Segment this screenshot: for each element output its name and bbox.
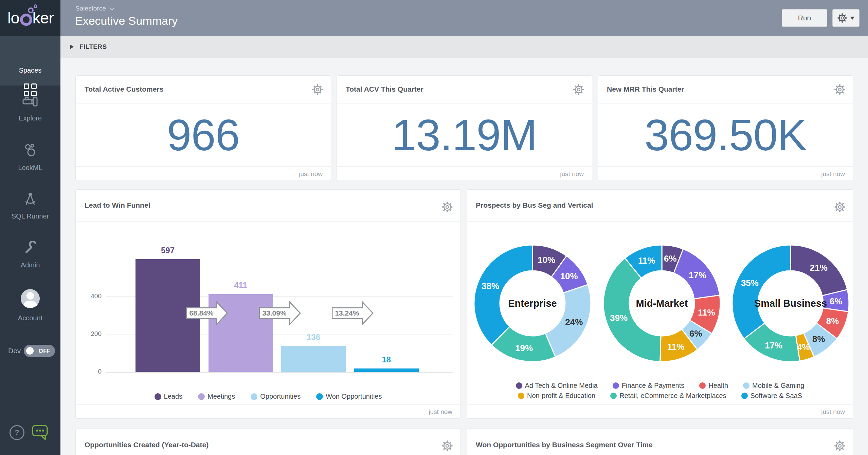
kpi-value: 13.19M (337, 103, 592, 166)
logo-bubble-icon (28, 7, 34, 13)
donut-slice[interactable] (474, 245, 532, 345)
slice-percent-label: 10% (560, 271, 578, 281)
svg-text:68.84%: 68.84% (189, 309, 214, 317)
donut-center-label: Mid-Market (636, 298, 688, 309)
expand-triangle-icon (70, 44, 74, 49)
legend-item[interactable]: Opportunities (251, 393, 301, 400)
conversion-arrow: 68.84% (186, 301, 228, 325)
legend-item[interactable]: Mobile & Gaming (743, 382, 804, 390)
funnel-bar-opportunities[interactable] (281, 346, 346, 372)
gear-icon[interactable] (834, 84, 846, 95)
toggle-state: OFF (39, 348, 51, 355)
slice-percent-label: 11% (698, 307, 715, 318)
gear-icon[interactable] (573, 84, 584, 95)
svg-text:33.09%: 33.09% (262, 309, 287, 317)
slice-percent-label: 24% (565, 317, 583, 327)
kpi-tile-new-mrr: New MRR This Quarter 369.50K just now (598, 75, 853, 181)
legend-swatch (155, 393, 161, 400)
looker-dashboard: loker Spaces Explore (0, 0, 868, 455)
legend-item[interactable]: Finance & Payments (613, 382, 685, 390)
kpi-value: 966 (76, 103, 331, 166)
legend-swatch (741, 393, 748, 399)
donut-slice[interactable] (603, 258, 661, 362)
bubbles-icon (23, 144, 37, 157)
slice-percent-label: 10% (538, 255, 555, 265)
legend-swatch (516, 382, 522, 389)
slice-percent-label: 39% (610, 313, 628, 323)
help-icon[interactable]: ? (10, 425, 24, 440)
dev-mode-toggle[interactable]: OFF (24, 345, 55, 357)
svg-text:13.24%: 13.24% (335, 309, 359, 317)
tile-title: Prospects by Bus Seg and Vertical (476, 201, 593, 209)
donut-mid-market: 6%17%11%6%11%39%11%Mid-Market (601, 242, 723, 364)
y-axis-tick: 0 (84, 368, 102, 375)
caret-down-icon (850, 17, 855, 20)
legend-swatch (198, 393, 205, 400)
legend-item[interactable]: Health (699, 382, 728, 390)
run-button[interactable]: Run (782, 9, 827, 27)
legend-item[interactable]: Non-profit & Education (518, 392, 595, 400)
gear-icon[interactable] (312, 84, 323, 95)
funnel-bar-won-opportunities[interactable] (354, 368, 419, 372)
tile-title: Total ACV This Quarter (346, 85, 423, 93)
flashlight-icon (22, 96, 38, 107)
toggle-knob (26, 347, 34, 355)
breadcrumb[interactable]: Salesforce (75, 5, 113, 12)
bar-value-label: 18 (354, 355, 419, 364)
opportunities-created-tile: Opportunities Created (Year-to-Date) (75, 428, 461, 455)
filters-label: FILTERS (79, 43, 107, 51)
legend-item[interactable]: Meetings (198, 393, 235, 400)
legend-swatch (613, 382, 619, 389)
sidebar-item-label: Explore (0, 114, 60, 122)
gear-icon[interactable] (441, 440, 453, 452)
legend-swatch (316, 393, 323, 400)
donut-enterprise: 10%10%24%19%38%Enterprise (471, 242, 594, 364)
logo-bubble-icon (34, 4, 37, 8)
slice-percent-label: 6% (830, 296, 843, 306)
sidebar-item-spaces[interactable]: Spaces (0, 36, 60, 86)
logo-o-ring (20, 14, 32, 26)
sidebar: loker Spaces Explore (0, 0, 60, 455)
legend-item[interactable]: Won Opportunities (316, 393, 382, 400)
donut-slice[interactable] (732, 245, 791, 339)
y-axis-tick: 200 (84, 330, 102, 338)
slice-percent-label: 11% (638, 255, 655, 266)
donut-center-label: Enterprise (508, 298, 557, 309)
legend-item[interactable]: Ad Tech & Online Media (516, 382, 598, 390)
conversion-arrow: 13.24% (332, 301, 374, 325)
sidebar-item-label: LookML (0, 164, 60, 172)
updated-timestamp: just now (429, 408, 452, 416)
sidebar-item-label: Account (0, 314, 60, 322)
tile-title: New MRR This Quarter (607, 85, 684, 93)
chat-icon[interactable] (32, 424, 48, 440)
slice-percent-label: 21% (810, 263, 828, 273)
slice-percent-label: 8% (812, 334, 825, 344)
gear-icon[interactable] (834, 440, 846, 452)
legend-item[interactable]: Retail, eCommerce & Marketplaces (610, 392, 726, 400)
legend-item[interactable]: Software & SaaS (741, 392, 802, 400)
slice-percent-label: 11% (667, 342, 685, 352)
bar-value-label: 411 (209, 281, 273, 290)
legend-swatch (610, 393, 617, 399)
tile-title: Opportunities Created (Year-to-Date) (85, 441, 209, 449)
slice-percent-label: 6% (689, 328, 702, 339)
page-title: Executive Summary (75, 14, 178, 27)
gear-icon[interactable] (441, 201, 453, 213)
sidebar-item-label: Spaces (0, 67, 60, 74)
grid-icon (24, 83, 37, 96)
y-axis-tick: 400 (84, 292, 102, 300)
updated-timestamp: just now (299, 170, 323, 178)
legend-swatch (518, 393, 524, 399)
conversion-arrow: 33.09% (259, 301, 301, 325)
slice-percent-label: 19% (515, 343, 533, 353)
funnel-plot-area: 02004005974111361868.84%33.09%13.24% (106, 224, 453, 373)
legend-item[interactable]: Leads (155, 393, 183, 400)
dashboard-settings-button[interactable] (832, 9, 860, 27)
looker-logo[interactable]: loker (7, 7, 54, 28)
slice-percent-label: 17% (765, 340, 782, 350)
slice-percent-label: 17% (689, 270, 706, 280)
gear-icon[interactable] (834, 201, 846, 213)
filters-bar[interactable]: FILTERS (60, 36, 868, 58)
legend-swatch (699, 382, 706, 389)
updated-timestamp: just now (821, 408, 845, 416)
